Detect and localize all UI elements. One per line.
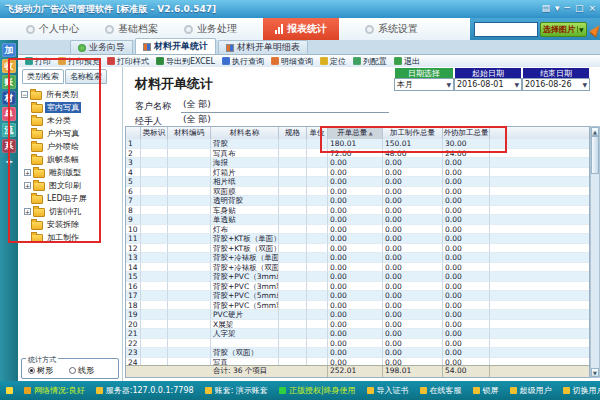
rail-button[interactable]: 系 bbox=[2, 139, 16, 153]
tab[interactable]: 业务向导 bbox=[70, 40, 133, 54]
toolbar-button[interactable]: 打印预览 bbox=[58, 56, 100, 67]
toolbar-button[interactable]: 导出到EXCEL bbox=[156, 56, 215, 67]
rail-button[interactable]: 加 bbox=[2, 43, 16, 57]
table-row[interactable]: 20X展架0.000.000.00 bbox=[126, 320, 589, 330]
expander-icon[interactable]: − bbox=[21, 91, 28, 98]
maximize-icon[interactable]: □ bbox=[575, 2, 584, 14]
scroll-up-icon[interactable]: ▲ bbox=[591, 127, 599, 136]
table-row[interactable]: 14背胶+冷裱板（双面）0.000.000.00 bbox=[126, 263, 589, 273]
scrollbar-thumb[interactable] bbox=[591, 136, 599, 174]
select-image-button[interactable]: 选择图片 ▼ bbox=[540, 22, 587, 37]
toolbar-button[interactable]: 定位 bbox=[320, 56, 346, 67]
chevron-down-icon[interactable]: ▼ bbox=[582, 81, 587, 88]
stat-mode-radio[interactable]: 线形 bbox=[69, 365, 94, 376]
rail-button[interactable]: ＋ bbox=[2, 155, 16, 169]
rail-button[interactable]: 单 bbox=[2, 107, 16, 121]
close-icon[interactable]: × bbox=[588, 2, 596, 14]
nav-item[interactable]: 报表统计 bbox=[263, 18, 339, 40]
chevron-down-icon[interactable]: ▼ bbox=[446, 81, 451, 88]
table-header-cell[interactable]: 外协加工总量 bbox=[443, 127, 490, 139]
document-icon[interactable]: ▤ bbox=[541, 2, 550, 14]
table-header-cell[interactable]: 材料编码 bbox=[168, 127, 211, 139]
table-header-cell[interactable]: 单位 bbox=[307, 127, 328, 139]
status-item[interactable]: 锁屏 bbox=[473, 385, 499, 396]
table-row[interactable]: 7透明背胶0.000.000.00 bbox=[126, 196, 589, 206]
tree-item[interactable]: +雕刻版型 bbox=[21, 166, 120, 179]
toolbar-button[interactable]: 明细查询 bbox=[271, 56, 313, 67]
table-row[interactable]: 8车身贴0.000.000.00 bbox=[126, 206, 589, 216]
table-row[interactable]: 9单透贴0.000.000.00 bbox=[126, 215, 589, 225]
table-row[interactable]: 10灯布0.000.000.00 bbox=[126, 225, 589, 235]
tree-item[interactable]: +切割冲孔 bbox=[21, 205, 120, 218]
tree-item[interactable]: 户外喷绘 bbox=[21, 140, 120, 153]
status-item[interactable]: 切换用户 bbox=[563, 385, 600, 396]
expander-icon[interactable]: + bbox=[24, 182, 31, 189]
minimize-icon[interactable]: ─ bbox=[565, 2, 570, 14]
nav-item[interactable]: 个人中心 bbox=[26, 18, 79, 40]
table-row[interactable]: 12背胶+KT板（双面）0.000.000.00 bbox=[126, 244, 589, 254]
date-value-select[interactable]: 本月▼ bbox=[394, 78, 454, 91]
table-row[interactable]: 2写真布72.0048.0024.00 bbox=[126, 149, 589, 159]
nav-item[interactable]: 基础档案 bbox=[105, 18, 158, 40]
rail-button[interactable]: 流 bbox=[2, 123, 16, 137]
status-item[interactable]: 导入证书 bbox=[367, 385, 409, 396]
status-item[interactable]: 在线客服 bbox=[420, 385, 462, 396]
tree-item[interactable]: 室内写真 bbox=[21, 101, 120, 114]
table-row[interactable]: 15背胶+PVC（3mm单0.000.000.00 bbox=[126, 272, 589, 282]
table-row[interactable]: 6双面膜0.000.000.00 bbox=[126, 187, 589, 197]
table-row[interactable]: 18背胶+PVC（5mm双0.000.000.00 bbox=[126, 301, 589, 311]
customer-filter-value[interactable]: (全 部) bbox=[181, 98, 389, 113]
table-header-cell[interactable]: 规格 bbox=[279, 127, 307, 139]
nav-item[interactable]: 系统设置 bbox=[365, 18, 418, 40]
tab[interactable]: 材料开单明细表 bbox=[218, 40, 308, 54]
tab[interactable]: 材料开单统计 bbox=[135, 38, 216, 54]
status-item[interactable]: 超级用户 bbox=[510, 385, 552, 396]
table-row[interactable]: 220.000.000.00 bbox=[126, 339, 589, 349]
scroll-down-icon[interactable]: ▼ bbox=[591, 368, 599, 377]
table-header-cell[interactable]: 材料名称 bbox=[211, 127, 279, 139]
table-row[interactable]: 5相片纸0.000.000.00 bbox=[126, 177, 589, 187]
chevron-down-icon[interactable]: ▼ bbox=[514, 81, 519, 88]
rail-button[interactable]: 收 bbox=[2, 59, 16, 73]
status-item[interactable]: 正版授权|终身使用 bbox=[279, 385, 356, 396]
table-header-cell[interactable]: 类标识 bbox=[141, 127, 168, 139]
tree-item[interactable]: 旗帜条幅 bbox=[21, 153, 120, 166]
nav-item[interactable]: 业务处理 bbox=[184, 18, 237, 40]
table-row[interactable]: 17背胶+PVC（5mm单0.000.000.00 bbox=[126, 291, 589, 301]
status-item[interactable]: 账套: 演示账套 bbox=[205, 385, 268, 396]
expander-icon[interactable]: + bbox=[24, 208, 31, 215]
table-header-cell[interactable] bbox=[126, 127, 141, 139]
tree-item[interactable]: LED电子屏 bbox=[21, 192, 120, 205]
search-tab[interactable]: 类别检索 bbox=[22, 69, 64, 84]
skin-icon[interactable]: ▾ bbox=[555, 2, 560, 14]
table-row[interactable]: 11背胶+KT板（单面）0.000.000.00 bbox=[126, 234, 589, 244]
tree-item[interactable]: 加工制作 bbox=[21, 231, 120, 244]
stat-mode-radio[interactable]: 树形 bbox=[28, 365, 53, 376]
toolbar-button[interactable]: 执行查询 bbox=[222, 56, 264, 67]
status-item[interactable] bbox=[6, 387, 13, 394]
table-row[interactable]: 23背胶（双面）0.000.000.00 bbox=[126, 348, 589, 358]
date-value-select[interactable]: 2016-08-26▼ bbox=[522, 78, 590, 91]
vertical-scrollbar[interactable]: ▲ ▼ bbox=[590, 126, 600, 378]
table-row[interactable]: 1背胶180.01150.0130.00 bbox=[126, 139, 589, 149]
table-row[interactable]: 13背胶+冷裱板（单面）0.000.000.00 bbox=[126, 253, 589, 263]
date-value-select[interactable]: 2016-08-01▼ bbox=[454, 78, 522, 91]
tree-item[interactable]: 户外写真 bbox=[21, 127, 120, 140]
image-search-input[interactable] bbox=[474, 22, 538, 37]
table-row[interactable]: 21人字架0.000.000.00 bbox=[126, 329, 589, 339]
tree-root[interactable]: −所有类别 bbox=[21, 88, 120, 101]
table-row[interactable]: 3海报0.000.000.00 bbox=[126, 158, 589, 168]
radio-icon[interactable] bbox=[28, 367, 35, 374]
table-row[interactable]: 16背胶+PVC（3mm双0.000.000.00 bbox=[126, 282, 589, 292]
tree-item[interactable]: +图文印刷 bbox=[21, 179, 120, 192]
toolbar-button[interactable]: 列配置 bbox=[353, 56, 387, 67]
table-header-cell[interactable]: 加工制作总量 bbox=[383, 127, 443, 139]
radio-icon[interactable] bbox=[69, 367, 76, 374]
rail-button[interactable]: 材 bbox=[2, 91, 16, 105]
toolbar-button[interactable]: 打印 bbox=[25, 56, 51, 67]
toolbar-button[interactable]: 退出 bbox=[394, 56, 420, 67]
table-row[interactable]: 4灯箱片0.000.000.00 bbox=[126, 168, 589, 178]
table-header-cell[interactable]: 开单总量 ▲ bbox=[328, 127, 383, 139]
table-row[interactable]: 19PVC硬片0.000.000.00 bbox=[126, 310, 589, 320]
tree-item[interactable]: 安装拆除 bbox=[21, 218, 120, 231]
